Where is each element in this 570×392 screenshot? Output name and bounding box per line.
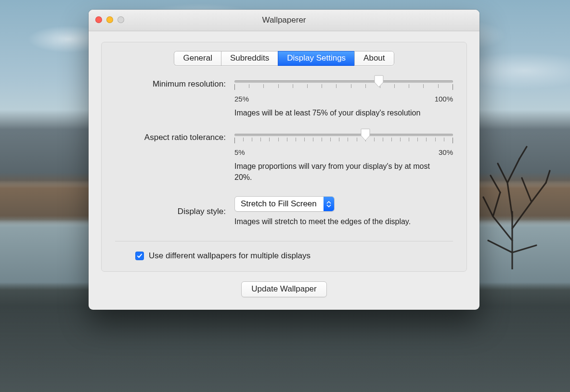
window-close-button[interactable] — [95, 16, 102, 23]
min-resolution-min-label: 25% — [234, 95, 249, 103]
aspect-ratio-min-label: 5% — [234, 148, 245, 156]
tab-bar: GeneralSubredditsDisplay SettingsAbout — [174, 51, 394, 66]
preferences-window: Wallpaperer GeneralSubredditsDisplay Set… — [89, 10, 479, 310]
titlebar[interactable]: Wallpaperer — [89, 10, 479, 31]
aspect-ratio-slider[interactable] — [234, 132, 453, 145]
aspect-ratio-row: Aspect ratio tolerance: 5% 30% Image pro… — [115, 132, 453, 183]
multi-display-checkbox[interactable]: Use different wallpapers for multiple di… — [135, 251, 453, 261]
settings-panel: GeneralSubredditsDisplay SettingsAbout M… — [101, 42, 467, 272]
checkbox-checked-icon — [135, 252, 144, 260]
multi-display-label: Use different wallpapers for multiple di… — [149, 251, 311, 261]
window-minimize-button[interactable] — [106, 16, 113, 23]
tab-display-settings[interactable]: Display Settings — [278, 51, 354, 66]
display-style-row: Display style: Stretch to Fill Screen Im… — [115, 196, 453, 227]
window-title: Wallpaperer — [89, 15, 479, 25]
aspect-ratio-max-label: 30% — [439, 148, 453, 156]
aspect-ratio-helper: Image proportions will vary from your di… — [234, 161, 437, 183]
min-resolution-helper: Images will be at least 75% of your disp… — [234, 108, 437, 118]
popup-arrows-icon — [324, 197, 334, 211]
min-resolution-slider[interactable] — [234, 78, 453, 92]
min-resolution-row: Minimum resolution: 25% 100% Images will… — [115, 78, 453, 118]
window-zoom-button[interactable] — [117, 16, 124, 23]
tab-subreddits[interactable]: Subreddits — [221, 51, 278, 66]
tab-about[interactable]: About — [354, 51, 394, 66]
display-style-value: Stretch to Fill Screen — [235, 199, 324, 209]
update-wallpaper-button[interactable]: Update Wallpaper — [241, 281, 326, 297]
divider — [115, 241, 453, 241]
aspect-ratio-label: Aspect ratio tolerance: — [115, 132, 226, 142]
min-resolution-max-label: 100% — [435, 95, 453, 103]
display-style-popup[interactable]: Stretch to Fill Screen — [234, 196, 335, 212]
display-style-helper: Images will stretch to meet the edges of… — [234, 216, 437, 227]
min-resolution-label: Minimum resolution: — [115, 78, 226, 89]
tab-general[interactable]: General — [174, 51, 220, 66]
display-style-label: Display style: — [115, 207, 226, 216]
